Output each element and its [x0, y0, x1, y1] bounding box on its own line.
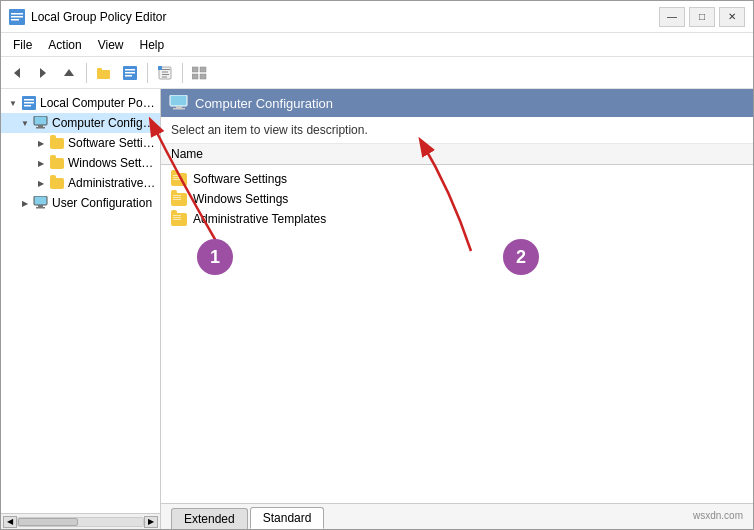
- svg-rect-30: [34, 196, 47, 205]
- list-item-label-0: Software Settings: [193, 172, 287, 186]
- scroll-right-btn[interactable]: ▶: [144, 516, 158, 528]
- folder-icon-0: [171, 173, 187, 186]
- svg-rect-35: [173, 108, 185, 110]
- policy-icon: [123, 66, 137, 80]
- app-icon: [9, 9, 25, 25]
- toolbar-back[interactable]: [5, 61, 29, 85]
- menu-help[interactable]: Help: [132, 36, 173, 54]
- svg-marker-6: [64, 69, 74, 76]
- folder-icon: [96, 66, 112, 80]
- toolbar-up[interactable]: [57, 61, 81, 85]
- tab-extended[interactable]: Extended: [171, 508, 248, 529]
- svg-rect-33: [170, 95, 187, 106]
- toolbar-sep-1: [86, 63, 87, 83]
- tree-item-admin-templates[interactable]: ▶ Administrative Te...: [1, 173, 160, 193]
- svg-rect-32: [36, 207, 45, 209]
- scroll-track[interactable]: [17, 517, 144, 527]
- windows-settings-expander[interactable]: ▶: [33, 155, 49, 171]
- software-settings-icon: [49, 135, 65, 151]
- tab-standard[interactable]: Standard: [250, 507, 325, 529]
- up-icon: [62, 66, 76, 80]
- toolbar-view[interactable]: [188, 61, 212, 85]
- menu-file[interactable]: File: [5, 36, 40, 54]
- main-window: Local Group Policy Editor — □ ✕ File Act…: [0, 0, 754, 530]
- watermark: wsxdn.com: [693, 510, 743, 521]
- content-header-icon: [169, 95, 189, 111]
- menu-bar: File Action View Help: [1, 33, 753, 57]
- toolbar-sep-3: [182, 63, 183, 83]
- tree-content: ▼ Local Computer Policy ▼: [1, 89, 160, 513]
- svg-rect-28: [38, 125, 43, 127]
- tree-scrollbar[interactable]: ◀ ▶: [1, 513, 160, 529]
- menu-action[interactable]: Action: [40, 36, 89, 54]
- computer-policy-icon: [22, 96, 36, 110]
- list-item-2[interactable]: Administrative Templates: [171, 209, 743, 229]
- svg-rect-3: [11, 19, 19, 21]
- menu-view[interactable]: View: [90, 36, 132, 54]
- svg-marker-5: [40, 68, 46, 78]
- svg-rect-34: [176, 106, 182, 108]
- toolbar-browse[interactable]: [92, 61, 116, 85]
- title-bar-left: Local Group Policy Editor: [9, 9, 166, 25]
- maximize-button[interactable]: □: [689, 7, 715, 27]
- scroll-left-btn[interactable]: ◀: [3, 516, 17, 528]
- list-item-label-1: Windows Settings: [193, 192, 288, 206]
- svg-rect-1: [11, 13, 23, 15]
- monitor-icon: [33, 116, 49, 130]
- admin-templates-expander[interactable]: ▶: [33, 175, 49, 191]
- title-bar-controls: — □ ✕: [659, 7, 745, 27]
- software-settings-label: Software Settings: [68, 136, 156, 150]
- tree-item-windows-settings[interactable]: ▶ Windows Setting...: [1, 153, 160, 173]
- list-item-0[interactable]: Software Settings: [171, 169, 743, 189]
- list-header: Name: [161, 144, 753, 165]
- computer-config-label: Computer Configura...: [52, 116, 156, 130]
- view-icon: [192, 66, 208, 80]
- windows-settings-label: Windows Setting...: [68, 156, 156, 170]
- computer-config-icon: [33, 115, 49, 131]
- svg-rect-10: [125, 69, 135, 71]
- svg-rect-2: [11, 16, 23, 18]
- forward-icon: [36, 66, 50, 80]
- windows-settings-icon: [49, 155, 65, 171]
- help-icon: [158, 66, 172, 80]
- folder-icon-1: [171, 193, 187, 206]
- svg-rect-16: [162, 74, 169, 75]
- computer-config-expander[interactable]: ▼: [17, 115, 33, 131]
- svg-rect-17: [162, 76, 167, 77]
- svg-marker-4: [14, 68, 20, 78]
- tree-item-root[interactable]: ▼ Local Computer Policy: [1, 93, 160, 113]
- svg-rect-19: [192, 67, 198, 72]
- svg-rect-21: [192, 74, 198, 79]
- toolbar-help[interactable]: [153, 61, 177, 85]
- list-col-name: Name: [171, 147, 743, 161]
- tree-panel: ▼ Local Computer Policy ▼: [1, 89, 161, 529]
- tab-bar: Extended Standard: [161, 503, 753, 529]
- root-expander[interactable]: ▼: [5, 95, 21, 111]
- close-button[interactable]: ✕: [719, 7, 745, 27]
- svg-rect-11: [125, 72, 135, 74]
- tree-item-computer-config[interactable]: ▼ Computer Configura...: [1, 113, 160, 133]
- svg-rect-8: [97, 68, 102, 71]
- svg-rect-22: [200, 74, 206, 79]
- minimize-button[interactable]: —: [659, 7, 685, 27]
- content-header-title: Computer Configuration: [195, 96, 333, 111]
- toolbar-sep-2: [147, 63, 148, 83]
- svg-rect-12: [125, 75, 132, 77]
- toolbar-forward[interactable]: [31, 61, 55, 85]
- software-settings-expander[interactable]: ▶: [33, 135, 49, 151]
- svg-rect-27: [34, 116, 47, 125]
- toolbar-policy[interactable]: [118, 61, 142, 85]
- toolbar: [1, 57, 753, 89]
- svg-rect-26: [24, 105, 31, 107]
- list-item-1[interactable]: Windows Settings: [171, 189, 743, 209]
- tree-item-software-settings[interactable]: ▶ Software Settings: [1, 133, 160, 153]
- window-title: Local Group Policy Editor: [31, 10, 166, 24]
- admin-templates-icon: [49, 175, 65, 191]
- svg-rect-20: [200, 67, 206, 72]
- tree-item-user-config[interactable]: ▶ User Configuration: [1, 193, 160, 213]
- admin-templates-label: Administrative Te...: [68, 176, 156, 190]
- content-header: Computer Configuration: [161, 89, 753, 117]
- user-config-expander[interactable]: ▶: [17, 195, 33, 211]
- user-monitor-icon: [33, 196, 49, 210]
- main-area: ▼ Local Computer Policy ▼: [1, 89, 753, 529]
